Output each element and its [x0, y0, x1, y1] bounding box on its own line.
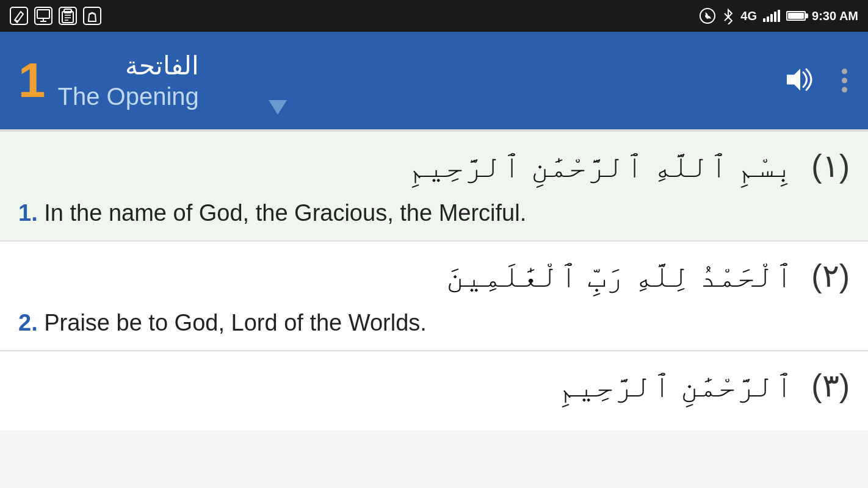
status-bar-left — [10, 7, 101, 25]
verse-2-arabic: (٢) ٱلْحَمْدُ لِلَّهِ رَبِّ ٱلْعَٰلَمِين… — [18, 254, 850, 298]
verse-1-arabic: (١) بِسْمِ ٱللَّهِ ٱلرَّحْمَٰنِ ٱلرَّحِي… — [18, 144, 850, 188]
edit-icon — [10, 7, 28, 25]
clipboard-icon — [59, 7, 77, 25]
speaker-button[interactable] — [783, 66, 815, 95]
verse-2-text: Praise be to God, Lord of the Worlds. — [44, 310, 427, 336]
verse-1-translation: 1. In the name of God, the Gracious, the… — [18, 198, 850, 228]
monitor-icon — [34, 7, 52, 25]
time-display: 9:30 AM — [812, 9, 858, 23]
svg-marker-16 — [787, 68, 800, 90]
battery-icon — [786, 11, 806, 21]
verse-3-arabic-number: (٣) — [811, 368, 850, 403]
verse-2-number: 2. — [18, 310, 38, 336]
surah-header: 1 الفاتحة The Opening — [0, 32, 868, 129]
verse-2-translation: 2. Praise be to God, Lord of the Worlds. — [18, 308, 850, 338]
signal-bars — [763, 10, 780, 22]
surah-number: 1 — [18, 56, 46, 105]
network-label: 4G — [740, 9, 757, 23]
svg-rect-0 — [10, 7, 27, 24]
menu-button[interactable] — [839, 64, 850, 98]
verse-1-text: In the name of God, the Gracious, the Me… — [44, 200, 526, 226]
verse-1-section: (١) بِسْمِ ٱللَّهِ ٱلرَّحْمَٰنِ ٱلرَّحِي… — [0, 132, 868, 242]
verse-1-arabic-number: (١) — [811, 148, 850, 184]
surah-arabic-title: الفاتحة — [58, 51, 199, 81]
verse-1-number: 1. — [18, 200, 38, 226]
status-bar: 4G 9:30 AM — [0, 0, 868, 32]
status-bar-right: 4G 9:30 AM — [699, 7, 858, 24]
bag-icon — [83, 7, 101, 25]
bluetooth-icon — [722, 7, 734, 24]
surah-titles: الفاتحة The Opening — [58, 51, 199, 110]
surah-english-title: The Opening — [58, 83, 199, 110]
verse-2-arabic-number: (٢) — [811, 258, 850, 293]
svg-marker-15 — [269, 100, 287, 115]
svg-rect-3 — [37, 10, 49, 18]
verse-3-section: (٣) ٱلرَّحْمَٰنِ ٱلرَّحِيمِ — [0, 351, 868, 430]
scroll-indicator — [269, 100, 287, 117]
header-actions — [783, 64, 850, 98]
verse-3-arabic: (٣) ٱلرَّحْمَٰنِ ٱلرَّحِيمِ — [18, 364, 850, 408]
phone-icon — [699, 7, 716, 24]
verse-2-section: (٢) ٱلْحَمْدُ لِلَّهِ رَبِّ ٱلْعَٰلَمِين… — [0, 242, 868, 351]
